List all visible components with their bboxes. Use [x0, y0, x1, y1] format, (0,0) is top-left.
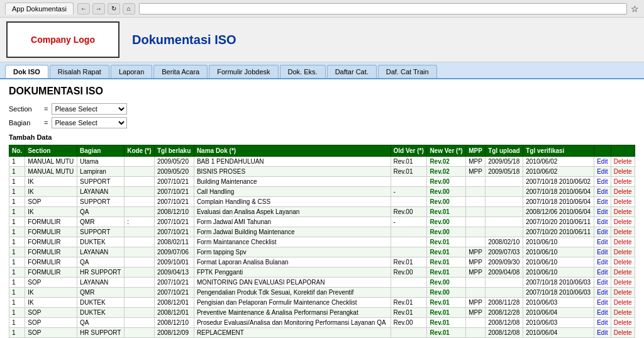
tab-formulir-jobdesk[interactable]: Formulir Jobdesk — [209, 65, 278, 78]
cell-new_ver: Rev.01 — [427, 257, 466, 268]
bagian-select[interactable]: Please Select — [52, 117, 127, 128]
cell-old_ver — [391, 278, 427, 288]
cell-tgl_upload: 2008/02/10 — [486, 237, 523, 247]
delete-link[interactable]: Delete — [614, 218, 632, 225]
delete-link[interactable]: Delete — [614, 198, 632, 205]
delete-link[interactable]: Delete — [614, 289, 632, 296]
cell-section: FORMULIR — [25, 227, 77, 237]
delete-link[interactable]: Delete — [614, 279, 632, 286]
delete-link[interactable]: Delete — [614, 319, 632, 326]
cell-old_ver: Rev.01 — [391, 308, 427, 318]
edit-link[interactable]: Edit — [597, 299, 608, 306]
section-select[interactable]: Please Select — [52, 103, 127, 115]
cell-tgl_berlaku: 2008/12/01 — [154, 308, 194, 318]
home-button[interactable]: ⌂ — [123, 3, 135, 14]
cell-kode — [125, 167, 155, 177]
cell-kode — [125, 247, 155, 257]
col-header-9: Tgl upload — [486, 145, 523, 157]
edit-link[interactable]: Edit — [597, 178, 608, 185]
cell-kode — [125, 197, 155, 207]
delete-link[interactable]: Delete — [614, 239, 632, 245]
cell-tgl_upload: 2008/12/08 — [486, 318, 523, 328]
tambah-data-link[interactable]: Tambah Data — [9, 133, 635, 141]
edit-link[interactable]: Edit — [597, 309, 608, 316]
tab-daf.-cat-train[interactable]: Daf. Cat Train — [378, 65, 437, 78]
refresh-button[interactable]: ↻ — [108, 3, 120, 14]
cell-tgl_berlaku: 2007/10/21 — [154, 227, 194, 237]
cell-old_ver — [391, 237, 427, 247]
cell-section: FORMULIR — [25, 268, 77, 278]
cell-nama_dok: Building Maintenance — [194, 177, 391, 187]
col-header-4: Tgl berlaku — [154, 145, 194, 157]
star-icon[interactable]: ☆ — [631, 4, 639, 14]
section-filter-row: Section = Please Select — [9, 103, 635, 115]
cell-no: 1 — [9, 247, 25, 257]
tab-laporan[interactable]: Laporan — [111, 65, 152, 78]
back-button[interactable]: ← — [77, 3, 90, 14]
edit-link[interactable]: Edit — [597, 208, 608, 215]
cell-tgl_verifikasi: 2010/06/03 — [523, 318, 594, 328]
edit-link[interactable]: Edit — [597, 188, 608, 195]
edit-link[interactable]: Edit — [597, 168, 608, 175]
cell-nama_dok: Format Laporan Analisa Bulanan — [194, 257, 391, 268]
edit-link[interactable]: Edit — [597, 289, 608, 296]
edit-link[interactable]: Edit — [597, 279, 608, 286]
delete-link[interactable]: Delete — [614, 208, 632, 215]
cell-mpp — [466, 318, 486, 328]
cell-section: IK — [25, 298, 77, 308]
cell-new_ver: Rev.01 — [427, 268, 466, 278]
cell-delete: Delete — [611, 298, 635, 308]
delete-link[interactable]: Delete — [614, 299, 632, 306]
delete-link[interactable]: Delete — [614, 259, 632, 266]
delete-link[interactable]: Delete — [614, 249, 632, 256]
cell-edit: Edit — [594, 207, 611, 217]
delete-link[interactable]: Delete — [614, 158, 632, 165]
address-bar[interactable] — [139, 3, 627, 14]
forward-button[interactable]: → — [92, 3, 105, 14]
cell-tgl_verifikasi: 2010/06/10 — [523, 257, 594, 268]
delete-link[interactable]: Delete — [614, 178, 632, 185]
cell-tgl_verifikasi: 2007/10/20 2010/06/11 — [523, 227, 594, 237]
delete-link[interactable]: Delete — [614, 269, 632, 276]
col-header-12 — [611, 145, 635, 157]
cell-old_ver — [391, 227, 427, 237]
browser-tab[interactable]: App Dokumentasi — [5, 3, 74, 14]
cell-bagian: QA — [77, 207, 125, 217]
cell-new_ver: Rev.00 — [427, 187, 466, 197]
tab-risalah-rapat[interactable]: Risalah Rapat — [50, 65, 109, 78]
cell-tgl_verifikasi: 2007/10/18 2010/06/04 — [523, 187, 594, 197]
cell-no: 1 — [9, 157, 25, 167]
edit-link[interactable]: Edit — [597, 329, 608, 336]
edit-link[interactable]: Edit — [597, 239, 608, 245]
delete-link[interactable]: Delete — [614, 168, 632, 175]
tab-dok.-eks.[interactable]: Dok. Eks. — [280, 65, 326, 78]
cell-edit: Edit — [594, 227, 611, 237]
edit-link[interactable]: Edit — [597, 158, 608, 165]
edit-link[interactable]: Edit — [597, 228, 608, 235]
cell-bagian: DUKTEK — [77, 237, 125, 247]
edit-link[interactable]: Edit — [597, 218, 608, 225]
edit-link[interactable]: Edit — [597, 259, 608, 266]
edit-link[interactable]: Edit — [597, 198, 608, 205]
edit-link[interactable]: Edit — [597, 269, 608, 276]
edit-link[interactable]: Edit — [597, 319, 608, 326]
cell-mpp — [466, 288, 486, 298]
cell-edit: Edit — [594, 177, 611, 187]
cell-mpp: MPP — [466, 268, 486, 278]
delete-link[interactable]: Delete — [614, 188, 632, 195]
delete-link[interactable]: Delete — [614, 309, 632, 316]
tab-berita-acara[interactable]: Berita Acara — [153, 65, 208, 78]
section-label: Section — [9, 105, 40, 113]
cell-kode — [125, 237, 155, 247]
tab-dok-iso[interactable]: Dok ISO — [5, 65, 48, 78]
tab-daftar-cat.[interactable]: Daftar Cat. — [327, 65, 377, 78]
cell-old_ver: Rev.00 — [391, 207, 427, 217]
cell-section: IK — [25, 177, 77, 187]
cell-no: 1 — [9, 318, 25, 328]
delete-link[interactable]: Delete — [614, 228, 632, 235]
delete-link[interactable]: Delete — [614, 329, 632, 336]
cell-tgl_berlaku: 2007/10/21 — [154, 278, 194, 288]
edit-link[interactable]: Edit — [597, 249, 608, 256]
cell-new_ver: Rev.00 — [427, 278, 466, 288]
cell-tgl_upload: 2008/11/28 — [486, 298, 523, 308]
